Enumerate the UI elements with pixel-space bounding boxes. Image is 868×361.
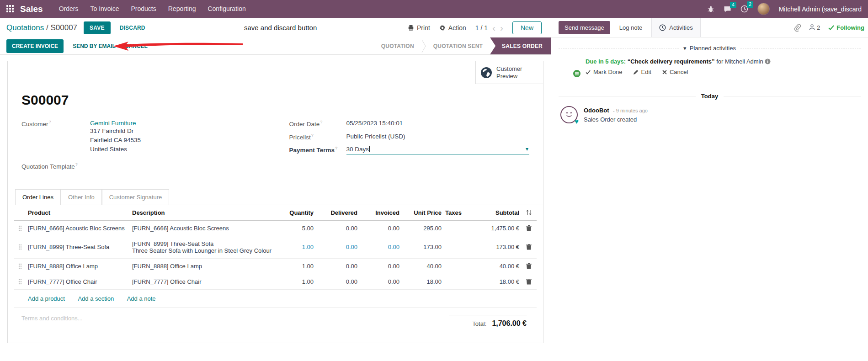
nav-item-products[interactable]: Products	[125, 0, 162, 18]
cell-unit-price[interactable]: 173.00	[401, 239, 443, 255]
drag-handle-icon[interactable]	[14, 275, 26, 289]
cell-invoiced[interactable]: 0.00	[359, 259, 401, 274]
activity-summary: “Check delivery requirements”	[628, 58, 715, 65]
cell-taxes[interactable]	[443, 277, 470, 286]
save-button[interactable]: SAVE	[84, 21, 111, 34]
action-button[interactable]: Action	[439, 24, 466, 32]
cell-taxes[interactable]	[443, 224, 470, 232]
new-button[interactable]: New	[512, 21, 542, 34]
cell-taxes[interactable]	[443, 243, 470, 251]
nav-item-orders[interactable]: Orders	[53, 0, 85, 18]
cell-delivered[interactable]: 0.00	[315, 274, 359, 289]
drag-handle-icon[interactable]	[14, 259, 26, 273]
info-icon[interactable]	[765, 58, 771, 64]
order-date-label: Order Date?	[289, 120, 346, 127]
table-row[interactable]: [FURN_7777] Office Chair [FURN_7777] Off…	[14, 274, 537, 290]
tab-customer-signature[interactable]: Customer Signature	[102, 189, 170, 205]
attachment-paperclip-icon[interactable]	[793, 24, 801, 32]
nav-item-to-invoice[interactable]: To Invoice	[84, 0, 125, 18]
activities-button[interactable]: Activities	[651, 18, 700, 37]
user-avatar[interactable]	[757, 3, 770, 15]
col-taxes: Taxes	[443, 205, 470, 220]
table-row[interactable]: [FURN_8999] Three-Seat Sofa [FURN_8999] …	[14, 236, 537, 259]
cell-unit-price[interactable]: 18.00	[401, 274, 443, 289]
cell-unit-price[interactable]: 40.00	[401, 259, 443, 274]
pager-next-icon[interactable]: ›	[500, 25, 503, 31]
add-a-section-link[interactable]: Add a section	[78, 295, 114, 302]
log-note-button[interactable]: Log note	[619, 24, 643, 31]
user-name[interactable]: Mitchell Admin (save_discard	[779, 5, 862, 13]
planned-activities-toggle[interactable]: ▾ Planned activities	[559, 45, 861, 52]
nav-item-configuration[interactable]: Configuration	[202, 0, 251, 18]
cell-quantity[interactable]: 5.00	[273, 221, 315, 236]
delete-row-icon[interactable]	[521, 259, 537, 273]
following-label: Following	[836, 24, 864, 31]
followers-button[interactable]: 2	[809, 24, 820, 31]
add-a-note-link[interactable]: Add a note	[127, 295, 156, 302]
cancel-activity-button[interactable]: Cancel	[662, 69, 688, 75]
print-button[interactable]: Print	[408, 24, 430, 32]
cell-unit-price[interactable]: 295.00	[401, 221, 443, 236]
table-row[interactable]: [FURN_8888] Office Lamp [FURN_8888] Offi…	[14, 259, 537, 274]
cell-product[interactable]: [FURN_6666] Acoustic Bloc Screens	[26, 221, 130, 236]
customer-link[interactable]: Gemini Furniture	[90, 120, 136, 127]
app-name[interactable]: Sales	[20, 4, 43, 14]
send-by-email-button[interactable]: SEND BY EMAIL	[73, 43, 116, 49]
delete-row-icon[interactable]	[521, 240, 537, 254]
planned-activities-title: Planned activities	[690, 45, 736, 52]
create-invoice-button[interactable]: CREATE INVOICE	[6, 39, 64, 53]
stage-quotation-sent[interactable]: QUOTATION SENT	[426, 37, 490, 54]
table-row[interactable]: [FURN_6666] Acoustic Bloc Screens [FURN_…	[14, 221, 537, 236]
customer-label: Customer?	[21, 120, 90, 154]
stage-quotation[interactable]: QUOTATION	[374, 37, 421, 54]
tab-order-lines[interactable]: Order Lines	[15, 189, 61, 205]
cell-product[interactable]: [FURN_8999] Three-Seat Sofa	[26, 239, 130, 255]
pricelist-value[interactable]: Public Pricelist (USD)	[346, 133, 405, 141]
cell-quantity[interactable]: 1.00	[273, 274, 315, 289]
messages-icon[interactable]: 4	[724, 5, 731, 13]
cell-description[interactable]: [FURN_8999] Three-Seat SofaThree Seater …	[130, 236, 273, 258]
drag-handle-icon[interactable]	[14, 240, 26, 254]
delete-row-icon[interactable]	[521, 275, 537, 289]
add-a-product-link[interactable]: Add a product	[28, 295, 65, 302]
cell-delivered[interactable]: 0.00	[315, 239, 359, 255]
check-icon	[586, 70, 591, 74]
cell-invoiced[interactable]: 0.00	[359, 221, 401, 236]
nav-item-reporting[interactable]: Reporting	[162, 0, 202, 18]
order-date-value[interactable]: 05/25/2023 15:40:01	[346, 120, 403, 127]
following-button[interactable]: Following	[828, 24, 864, 31]
message-author[interactable]: OdooBot	[584, 107, 609, 114]
terms-and-conditions-field[interactable]: Terms and conditions...	[21, 315, 83, 328]
payment-terms-field[interactable]: 30 Days ▾	[346, 146, 530, 154]
send-message-button[interactable]: Send message	[559, 21, 610, 34]
breadcrumb-quotations-link[interactable]: Quotations	[6, 23, 44, 32]
mark-done-button[interactable]: Mark Done	[586, 69, 623, 75]
dropdown-caret-icon[interactable]: ▾	[526, 146, 528, 152]
cell-delivered[interactable]: 0.00	[315, 221, 359, 236]
stage-sales-order[interactable]: SALES ORDER	[490, 37, 551, 54]
cell-invoiced[interactable]: 0.00	[359, 274, 401, 289]
discard-button[interactable]: DISCARD	[120, 25, 145, 31]
debug-bug-icon[interactable]	[707, 5, 714, 13]
tab-other-info[interactable]: Other Info	[61, 189, 102, 205]
optional-columns-icon[interactable]	[526, 209, 532, 216]
cell-taxes[interactable]	[443, 262, 470, 270]
apps-grid-icon[interactable]	[6, 5, 15, 13]
cell-delivered[interactable]: 0.00	[315, 259, 359, 274]
cell-quantity[interactable]: 1.00	[273, 259, 315, 274]
cell-description[interactable]: [FURN_6666] Acoustic Bloc Screens	[130, 221, 273, 236]
cell-product[interactable]: [FURN_8888] Office Lamp	[26, 259, 130, 274]
drag-handle-icon[interactable]	[14, 221, 26, 235]
customer-preview-label: Customer Preview	[496, 65, 538, 80]
delete-row-icon[interactable]	[521, 221, 537, 235]
messages-badge: 4	[730, 2, 736, 8]
pager-previous-icon[interactable]: ‹	[492, 25, 495, 31]
edit-activity-button[interactable]: Edit	[634, 69, 651, 75]
cell-product[interactable]: [FURN_7777] Office Chair	[26, 274, 130, 289]
customer-preview-button[interactable]: Customer Preview	[475, 61, 543, 84]
cell-quantity[interactable]: 1.00	[273, 239, 315, 255]
cell-description[interactable]: [FURN_7777] Office Chair	[130, 274, 273, 289]
cell-description[interactable]: [FURN_8888] Office Lamp	[130, 259, 273, 274]
cell-invoiced[interactable]: 0.00	[359, 239, 401, 255]
activity-clock-icon[interactable]: 2	[740, 5, 748, 13]
